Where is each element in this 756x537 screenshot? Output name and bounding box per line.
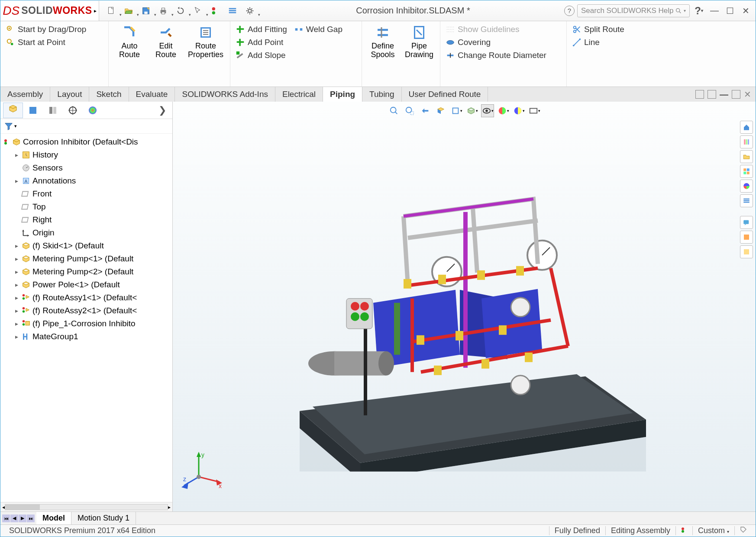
rail-misc2-button[interactable] [740,245,753,258]
property-manager-tab[interactable] [23,103,43,118]
tree-h-scrollbar[interactable]: ◂ ▸ [0,502,172,511]
display-manager-tab[interactable] [83,103,103,118]
appearance-button[interactable]: ▾ [497,104,510,117]
tab-assembly[interactable]: Assembly [0,87,50,102]
tree-item[interactable]: ▸(f) Pipe_1-Corrosion Inhibito [0,317,172,330]
tree-item[interactable]: ▸MateGroup1 [0,330,172,343]
prev-view-button[interactable] [419,104,432,117]
restore-panel-button[interactable] [732,90,740,99]
expand-panel-button[interactable] [695,90,704,99]
tree-item[interactable]: Right [0,213,172,226]
weld-gap-button[interactable]: Weld Gap [291,23,345,36]
tree-item[interactable]: ▸History [0,148,172,161]
rail-appearance-button[interactable] [740,180,753,193]
tree-item[interactable]: ▸(f) RouteAssy1<1> (Default< [0,291,172,304]
close-button[interactable]: ✕ [739,4,752,17]
feature-tree-tab[interactable] [3,103,23,118]
tab-tubing[interactable]: Tubing [362,87,401,102]
tree-item[interactable]: Origin [0,226,172,239]
tree-item[interactable]: ▸Power Pole<1> (Default [0,278,172,291]
start-drag-drop-button[interactable]: Start by Drag/Drop [3,23,106,36]
add-slope-button[interactable]: Add Slope [233,49,359,62]
tree-root[interactable]: Corrosion Inhibitor (Default<Dis [0,135,172,148]
minimize-button[interactable]: — [708,4,721,17]
status-tag-icon[interactable] [734,526,752,535]
section-view-button[interactable] [434,104,447,117]
rail-view-palette-button[interactable] [740,165,753,178]
tab-evaluate[interactable]: Evaluate [129,87,175,102]
bottom-tab-motion[interactable]: Motion Study 1 [71,512,136,524]
tab-addins[interactable]: SOLIDWORKS Add-Ins [175,87,275,102]
change-diameter-button[interactable]: Change Route Diameter [443,49,564,62]
define-spools-button[interactable]: Define Spools [365,23,401,61]
options-button[interactable]: ▾ [242,4,258,18]
tree-item[interactable]: ▸Metering Pump<1> (Default [0,252,172,265]
nav-next-button[interactable]: ▶ [19,514,26,522]
bottom-tab-model[interactable]: Model [36,512,71,524]
covering-button[interactable]: Covering [443,36,564,49]
scene-button[interactable]: ▾ [512,104,525,117]
tree-item[interactable]: Sensors [0,161,172,174]
new-doc-button[interactable]: ▾ [103,4,119,18]
svg-rect-100 [456,331,463,340]
save-doc-button[interactable]: ▾ [138,4,154,18]
display-style-button[interactable]: ▾ [465,104,478,117]
tree-item[interactable]: Front [0,187,172,200]
print-button[interactable]: ▾ [155,4,171,18]
status-rebuild-icon[interactable] [675,526,692,535]
undo-button[interactable]: ▾ [173,4,188,18]
expand-tree-button[interactable]: ❯ [155,105,170,116]
graphics-viewport[interactable]: ▾ ▾ ▾ ▾ ▾ ▾ [173,102,756,511]
config-manager-tab[interactable] [43,103,63,118]
tree-item[interactable]: ▸(f) Skid<1> (Default [0,239,172,252]
funnel-icon[interactable] [4,122,13,131]
tree-item[interactable]: ▸(f) RouteAssy2<1> (Default< [0,304,172,317]
tree-item[interactable]: ▸AAnnotations [0,174,172,187]
view-setting-button[interactable]: ▾ [528,104,541,117]
pipe-drawing-button[interactable]: Pipe Drawing [401,23,437,61]
rail-library-button[interactable] [740,135,753,148]
edit-route-button[interactable]: Edit Route [148,23,184,61]
zoom-fit-button[interactable] [388,104,401,117]
tab-electrical[interactable]: Electrical [275,87,323,102]
start-at-point-button[interactable]: Start at Point [3,36,106,49]
view-triad[interactable]: y x z [181,451,225,494]
help-button[interactable]: ?▾ [692,4,705,17]
minimize-panel-button[interactable]: — [720,90,728,100]
add-point-button[interactable]: Add Point [233,36,359,49]
rail-home-button[interactable] [740,121,753,134]
expand-panel2-button[interactable] [708,90,716,99]
rail-forum-button[interactable] [740,216,753,229]
route-properties-button[interactable]: Route Properties [184,23,227,61]
line-button[interactable]: Line [569,36,642,49]
nav-last-button[interactable]: ⏭ [27,514,35,522]
select-button[interactable]: ▾ [190,4,206,18]
nav-first-button[interactable]: ⏮ [2,514,10,522]
rail-custom-props-button[interactable] [740,194,753,207]
show-guidelines-button[interactable]: Show Guidelines [443,23,564,36]
tab-user-route[interactable]: User Defined Route [402,87,488,102]
maximize-button[interactable]: ☐ [724,4,737,17]
nav-prev-button[interactable]: ◀ [10,514,18,522]
tab-sketch[interactable]: Sketch [89,87,129,102]
tree-item[interactable]: Top [0,200,172,213]
close-panel-button[interactable]: ✕ [744,89,751,100]
auto-route-button[interactable]: Auto Route [111,23,148,61]
rail-explorer-button[interactable] [740,150,753,163]
rebuild-button[interactable] [207,4,223,18]
search-help-input[interactable]: Search SOLIDWORKS Help ▾ [577,4,690,17]
tab-layout[interactable]: Layout [50,87,89,102]
options-view-button[interactable] [225,4,240,18]
add-fitting-button[interactable]: Add Fitting [233,23,290,36]
tree-item[interactable]: ▸Metering Pump<2> (Default [0,265,172,278]
hide-show-button[interactable]: ▾ [481,104,494,117]
view-orient-button[interactable]: ▾ [450,104,463,117]
open-doc-button[interactable]: ▾ [121,4,136,18]
dim-expert-tab[interactable] [63,103,83,118]
tab-piping[interactable]: Piping [323,87,362,102]
split-route-button[interactable]: Split Route [569,23,642,36]
zoom-area-button[interactable] [403,104,416,117]
status-custom[interactable]: Custom ▾ [692,526,734,535]
help-bubble-icon[interactable]: ? [564,6,575,16]
rail-misc-button[interactable] [740,231,753,244]
